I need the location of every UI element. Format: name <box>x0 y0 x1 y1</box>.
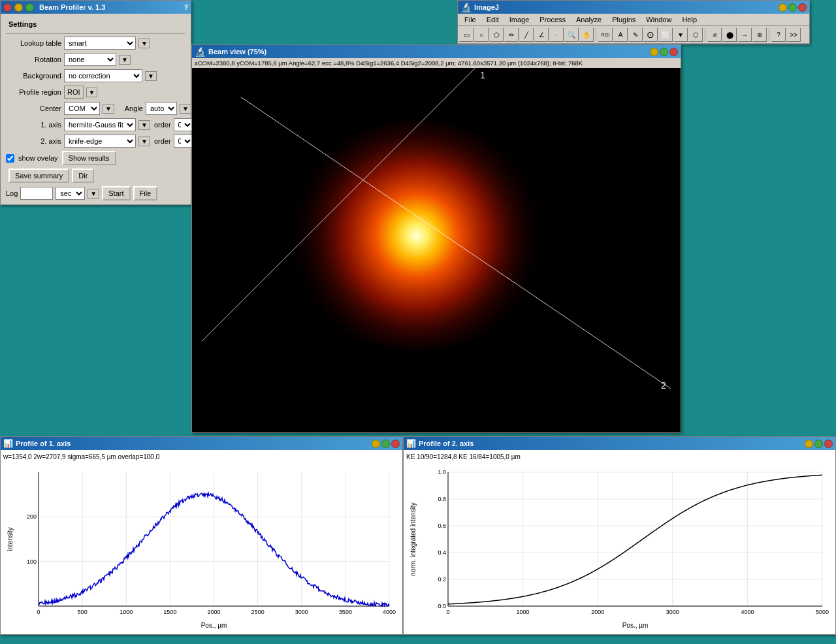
center-select[interactable]: COM peak centroid <box>64 102 100 115</box>
max-btn-beam[interactable] <box>660 48 668 56</box>
profile2-info: KE 10/90=1284,8 KE 16/84=1005,0 µm <box>404 450 835 460</box>
min-btn-settings[interactable] <box>14 3 23 12</box>
axis2-order-label: order <box>154 137 171 145</box>
imagej-titlebar[interactable]: 🔬 ImageJ <box>458 1 809 14</box>
log-input[interactable] <box>20 187 53 200</box>
roi-dropdown-arrow[interactable]: ▼ <box>86 88 98 97</box>
show-results-button[interactable]: Show results <box>62 151 116 165</box>
log-label: Log <box>6 189 18 197</box>
menu-edit[interactable]: Edit <box>481 14 504 25</box>
rotation-dropdown-arrow[interactable]: ▼ <box>119 55 131 65</box>
beam-image-area[interactable] <box>192 68 681 432</box>
axis1-order-label: order <box>154 121 171 129</box>
settings-content: Settings Lookup table smart fire spectru… <box>1 14 191 204</box>
profile2-titlebar[interactable]: 📊 Profile of 2. axis <box>404 437 835 450</box>
rotation-select[interactable]: none 90 180 270 <box>64 53 116 66</box>
tool-angle[interactable]: ∠ <box>534 27 549 42</box>
menu-file[interactable]: File <box>459 14 481 25</box>
close-btn-profile2[interactable] <box>824 440 833 448</box>
background-label: Background <box>6 72 61 80</box>
min-btn-beam[interactable] <box>650 48 658 56</box>
close-btn-imagej[interactable] <box>798 3 807 12</box>
beam-titlebar[interactable]: 🔬 Beam view (75%) <box>192 45 681 58</box>
file-button[interactable]: File <box>133 186 158 201</box>
close-btn-beam[interactable] <box>669 48 678 56</box>
tool-help[interactable]: ? <box>771 27 786 42</box>
tool-mag[interactable]: 🔍 <box>564 27 579 42</box>
min-btn-profile2[interactable] <box>805 440 813 448</box>
tool-roi-mgr[interactable]: ROI <box>598 27 613 42</box>
profile1-titlebar[interactable]: 📊 Profile of 1. axis <box>1 437 402 450</box>
tool-angle2[interactable]: ⌀ <box>707 27 722 42</box>
tool-eyedrop[interactable]: ⬡ <box>688 27 703 42</box>
max-btn-imagej[interactable] <box>788 3 797 12</box>
tool-oval[interactable]: ○ <box>474 27 489 42</box>
menu-window[interactable]: Window <box>641 14 677 25</box>
profile2-canvas <box>409 466 829 629</box>
sec-arrow[interactable]: ▼ <box>88 189 99 199</box>
profile1-info-text: w=1354,0 2w=2707,9 sigma=665,5 µm overla… <box>3 453 159 460</box>
rotation-label: Rotation <box>6 56 61 63</box>
close-btn-profile1[interactable] <box>391 440 400 448</box>
show-overlay-label: show ovelay <box>18 154 58 162</box>
tool-brush[interactable]: ⊙ <box>643 27 658 42</box>
settings-titlebar[interactable]: Beam Profiler v. 1.3 ? <box>1 1 191 14</box>
center-angle-row: Center COM peak centroid ▼ Angle auto 0 … <box>6 102 185 115</box>
settings-help-btn[interactable]: ? <box>184 4 188 11</box>
tool-arrow[interactable]: → <box>737 27 752 42</box>
beam-canvas <box>192 68 681 432</box>
tool-pencil[interactable]: ✎ <box>628 27 643 42</box>
min-btn-profile1[interactable] <box>372 440 380 448</box>
axis2-dropdown-arrow[interactable]: ▼ <box>138 137 150 146</box>
profile2-icon: 📊 <box>406 439 416 448</box>
lookup-dropdown-arrow[interactable]: ▼ <box>138 39 150 48</box>
tool-eraser[interactable]: ⬜ <box>658 27 673 42</box>
angle-select[interactable]: auto 0 45 90 <box>146 102 177 115</box>
tool-poly[interactable]: ⬠ <box>489 27 504 42</box>
axis2-select[interactable]: knife-edge hermite-Gauss fit Gauss fit <box>64 135 136 148</box>
start-button[interactable]: Start <box>102 186 130 201</box>
background-select[interactable]: no correction auto manual <box>64 69 142 82</box>
axis1-dropdown-arrow[interactable]: ▼ <box>138 120 150 130</box>
tool-hand[interactable]: ✋ <box>579 27 594 42</box>
sec-select[interactable]: sec min <box>56 187 85 200</box>
tool-wand[interactable]: ⬤ <box>722 27 737 42</box>
axis2-order-select[interactable]: 0 1 2 <box>174 135 193 148</box>
background-dropdown-arrow[interactable]: ▼ <box>145 71 157 81</box>
profile1-icon: 📊 <box>3 439 13 448</box>
menu-image[interactable]: Image <box>504 14 535 25</box>
beam-title: Beam view (75%) <box>208 48 266 56</box>
tool-point[interactable]: · <box>549 27 564 42</box>
angle-dropdown-arrow[interactable]: ▼ <box>180 104 191 114</box>
menu-help[interactable]: Help <box>677 14 702 25</box>
save-summary-button[interactable]: Save summary <box>8 169 69 183</box>
tool-forward[interactable]: >> <box>786 27 801 42</box>
max-btn-profile2[interactable] <box>814 440 823 448</box>
tool-zoom[interactable]: ⊕ <box>752 27 767 42</box>
menu-plugins[interactable]: Plugins <box>607 14 641 25</box>
tool-rect[interactable]: ▭ <box>459 27 474 42</box>
beam-icon: 🔬 <box>195 46 206 57</box>
close-btn-settings[interactable] <box>3 3 12 12</box>
lookup-label: Lookup table <box>6 39 61 47</box>
axis1-label: 1. axis <box>6 121 61 129</box>
axis1-order-select[interactable]: 0 1 2 <box>174 118 193 131</box>
menu-analyze[interactable]: Analyze <box>571 14 607 25</box>
center-dropdown-arrow[interactable]: ▼ <box>103 104 114 114</box>
min-btn-imagej[interactable] <box>779 3 787 12</box>
tool-flood[interactable]: ▼ <box>673 27 688 42</box>
imagej-window: 🔬 ImageJ File Edit Image Process Analyze… <box>457 0 810 44</box>
tool-line[interactable]: ╱ <box>519 27 534 42</box>
background-row: Background no correction auto manual ▼ <box>6 69 185 82</box>
tool-text[interactable]: A <box>613 27 628 42</box>
axis1-select[interactable]: hermite-Gauss fit Gauss fit knife-edge <box>64 118 136 131</box>
lookup-select[interactable]: smart fire spectrum gray <box>64 37 136 50</box>
max-btn-settings[interactable] <box>25 3 34 12</box>
show-overlay-checkbox[interactable] <box>6 154 14 163</box>
profile2-info-text: KE 10/90=1284,8 KE 16/84=1005,0 µm <box>406 453 521 460</box>
max-btn-profile1[interactable] <box>381 440 390 448</box>
menu-process[interactable]: Process <box>534 14 571 25</box>
lookup-row: Lookup table smart fire spectrum gray ▼ <box>6 37 185 50</box>
tool-free[interactable]: ✏ <box>504 27 519 42</box>
dir-button[interactable]: Dir <box>72 169 94 183</box>
